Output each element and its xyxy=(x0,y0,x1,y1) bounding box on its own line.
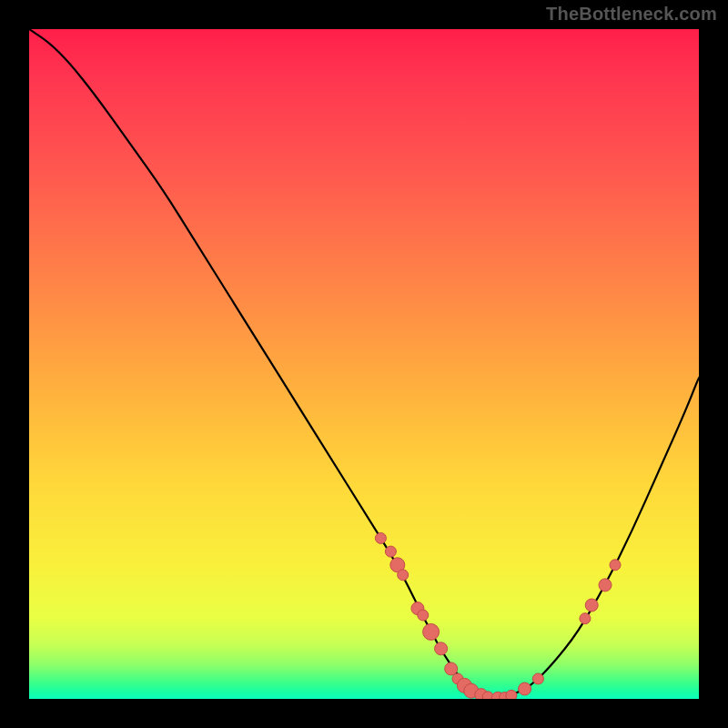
highlight-dot xyxy=(532,673,543,684)
highlight-dot xyxy=(445,662,458,675)
highlight-dot xyxy=(423,623,440,640)
figure-root: TheBottleneck.com xyxy=(0,0,728,728)
highlight-dot xyxy=(599,579,612,592)
highlight-dot xyxy=(506,690,517,699)
bottleneck-curve xyxy=(29,29,699,698)
highlight-dot xyxy=(519,682,531,695)
attribution-text: TheBottleneck.com xyxy=(546,4,717,25)
highlight-dot xyxy=(585,599,598,612)
highlight-dot xyxy=(375,532,386,543)
highlight-dot xyxy=(385,546,396,557)
chart-overlay xyxy=(29,29,699,699)
highlight-dot xyxy=(610,560,621,571)
highlight-dot xyxy=(418,610,429,621)
highlight-dot xyxy=(398,570,409,581)
plot-area xyxy=(29,29,699,699)
highlight-dots-group xyxy=(375,532,621,699)
highlight-dot xyxy=(580,613,591,624)
highlight-dot xyxy=(435,642,448,655)
